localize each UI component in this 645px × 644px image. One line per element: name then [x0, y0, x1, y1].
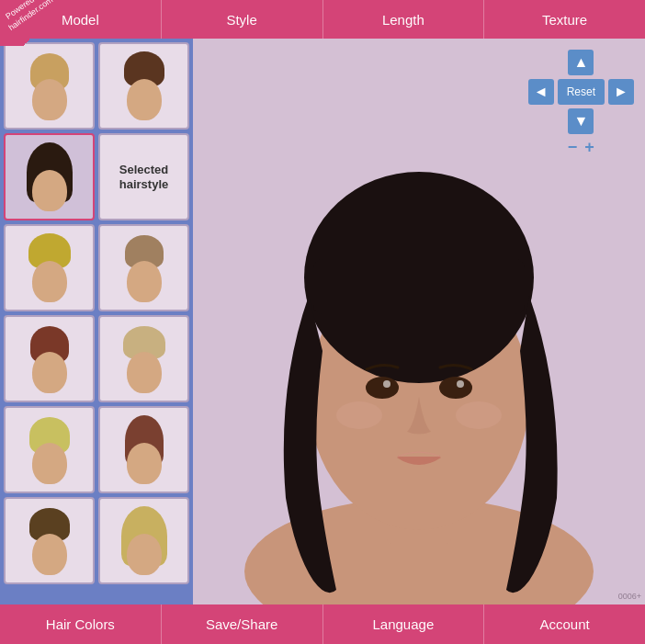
move-up-button[interactable]: ▲ — [568, 50, 594, 75]
svg-point-6 — [439, 377, 472, 399]
hairstyle-thumb-3[interactable] — [4, 133, 95, 220]
controls-panel: ▲ ◄ Reset ► ▼ − + — [528, 50, 634, 157]
move-right-button[interactable]: ► — [608, 79, 634, 105]
hairstyle-thumb-7[interactable] — [4, 315, 95, 402]
svg-point-9 — [336, 401, 382, 429]
nav-length[interactable]: Length — [322, 0, 484, 39]
main-area: Selected hairstyle — [0, 39, 645, 604]
hairstyle-thumb-4[interactable]: Selected hairstyle — [98, 133, 189, 220]
top-nav: Model Style Length Texture — [0, 0, 645, 39]
svg-point-5 — [366, 377, 399, 399]
bottom-nav: Hair Colors Save/Share Language Account — [0, 604, 645, 644]
controls-down-row: ▼ — [568, 108, 594, 134]
selected-hairstyle-label: Selected hairstyle — [100, 163, 187, 191]
svg-point-10 — [456, 401, 502, 429]
controls-middle-row: ◄ Reset ► — [528, 79, 634, 105]
sidebar: Selected hairstyle — [0, 39, 193, 604]
svg-rect-4 — [313, 259, 525, 314]
svg-point-7 — [383, 380, 390, 388]
nav-hair-colors[interactable]: Hair Colors — [0, 604, 161, 644]
powered-by-banner: Powered by hairfinder.com — [0, 0, 92, 46]
hairstyle-thumb-8[interactable] — [98, 315, 189, 402]
nav-save-share[interactable]: Save/Share — [161, 604, 322, 644]
zoom-out-button[interactable]: − — [568, 138, 578, 157]
hairstyle-thumb-1[interactable] — [4, 42, 95, 130]
hairstyle-thumb-12[interactable] — [98, 497, 189, 584]
hairstyle-thumb-10[interactable] — [98, 406, 189, 493]
sidebar-row-4 — [4, 315, 189, 402]
reset-button[interactable]: Reset — [558, 79, 605, 105]
hairstyle-thumb-5[interactable] — [4, 224, 95, 311]
hairstyle-thumb-9[interactable] — [4, 406, 95, 493]
zoom-in-button[interactable]: + — [584, 138, 594, 157]
move-down-button[interactable]: ▼ — [568, 108, 594, 134]
sidebar-row-6 — [4, 497, 189, 584]
nav-style[interactable]: Style — [161, 0, 322, 39]
controls-zoom-row: − + — [568, 138, 594, 157]
svg-point-8 — [457, 380, 464, 388]
sidebar-row-3 — [4, 224, 189, 311]
watermark: 0006+ — [618, 592, 641, 601]
nav-language[interactable]: Language — [322, 604, 484, 644]
sidebar-row-1 — [4, 42, 189, 130]
content-area: ▲ ◄ Reset ► ▼ − + 0006+ — [193, 39, 645, 604]
sidebar-row-5 — [4, 406, 189, 493]
move-left-button[interactable]: ◄ — [528, 79, 554, 105]
hairstyle-thumb-6[interactable] — [98, 224, 189, 311]
powered-by-text: Powered by hairfinder.com — [0, 0, 57, 34]
hairstyle-thumb-11[interactable] — [4, 497, 95, 584]
sidebar-row-2: Selected hairstyle — [4, 133, 189, 220]
nav-texture[interactable]: Texture — [483, 0, 645, 39]
controls-up-row: ▲ — [568, 50, 594, 75]
hairstyle-thumb-2[interactable] — [98, 42, 189, 130]
nav-account[interactable]: Account — [483, 604, 645, 644]
